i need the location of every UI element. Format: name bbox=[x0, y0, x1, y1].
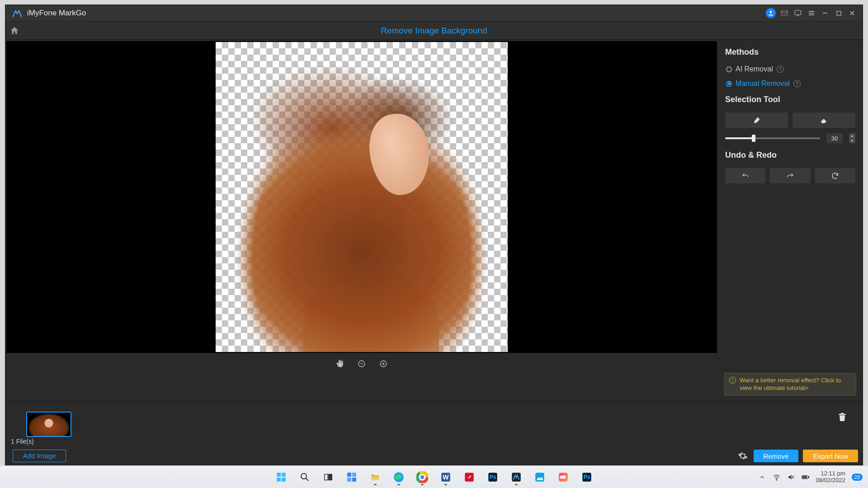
mail-icon[interactable] bbox=[778, 6, 791, 20]
zoom-out-icon[interactable] bbox=[356, 358, 368, 370]
eraser-tool-button[interactable] bbox=[793, 113, 855, 128]
pan-tool-icon[interactable] bbox=[334, 358, 346, 370]
svg-text:Ps: Ps bbox=[584, 474, 590, 480]
svg-point-22 bbox=[420, 475, 425, 479]
tutorial-tip-banner[interactable]: ! Want a better removal effect? Click to… bbox=[724, 373, 856, 396]
widgets-button[interactable] bbox=[342, 468, 361, 486]
markgo-taskbar-icon[interactable] bbox=[507, 468, 526, 486]
svg-rect-8 bbox=[277, 478, 281, 482]
acrobat-icon[interactable] bbox=[460, 468, 479, 486]
svg-text:W: W bbox=[443, 474, 449, 481]
canvas-column bbox=[5, 40, 718, 401]
system-tray: 12:11 pm 08/02/2022 23 bbox=[758, 470, 868, 484]
svg-rect-35 bbox=[808, 476, 809, 478]
chrome-icon[interactable] bbox=[413, 468, 432, 486]
tip-text: Want a better removal effect? Click to v… bbox=[740, 376, 851, 392]
export-now-button[interactable]: Export Now bbox=[803, 450, 858, 462]
methods-heading: Methods bbox=[725, 47, 855, 57]
account-button[interactable] bbox=[764, 6, 778, 20]
redo-button[interactable] bbox=[770, 168, 810, 183]
feedback-icon[interactable] bbox=[791, 6, 805, 20]
app-logo-icon bbox=[12, 8, 23, 19]
svg-rect-7 bbox=[282, 473, 286, 477]
remove-button[interactable]: Remove bbox=[754, 450, 799, 462]
svg-rect-14 bbox=[352, 473, 356, 477]
radio-ai-removal[interactable]: AI Removal ? bbox=[726, 65, 855, 73]
minimize-button[interactable] bbox=[818, 6, 832, 20]
help-icon[interactable]: ? bbox=[793, 80, 801, 87]
delete-file-button[interactable] bbox=[835, 408, 850, 426]
photoshop-icon[interactable]: Ps bbox=[483, 468, 502, 486]
brush-size-input[interactable] bbox=[826, 133, 843, 143]
svg-rect-16 bbox=[352, 478, 356, 482]
settings-button[interactable] bbox=[736, 450, 749, 462]
action-bar: Add Image Remove Export Now bbox=[5, 447, 863, 465]
brush-size-stepper[interactable]: ▲ ▼ bbox=[849, 133, 855, 143]
svg-text:Ps: Ps bbox=[490, 474, 496, 480]
nav-bar: Remove Image Background bbox=[5, 21, 863, 40]
info-icon: ! bbox=[729, 377, 736, 384]
app-window: iMyFone MarkGo Remove Image Back bbox=[5, 5, 863, 465]
close-button[interactable] bbox=[845, 6, 859, 20]
svg-point-33 bbox=[776, 479, 777, 480]
task-view-button[interactable] bbox=[319, 468, 338, 486]
windows-taskbar: W Ps Ps 12 bbox=[0, 465, 868, 488]
tray-chevron-up-icon[interactable] bbox=[758, 473, 766, 481]
undo-redo-heading: Undo & Redo bbox=[725, 150, 855, 160]
svg-point-0 bbox=[770, 11, 772, 13]
creative-cloud-icon[interactable] bbox=[554, 468, 573, 486]
image-viewport[interactable] bbox=[6, 41, 717, 353]
photoshop-2-icon[interactable]: Ps bbox=[577, 468, 596, 486]
titlebar: iMyFone MarkGo bbox=[5, 5, 863, 21]
photos-icon[interactable] bbox=[530, 468, 549, 486]
user-icon bbox=[766, 8, 776, 18]
svg-rect-15 bbox=[347, 478, 351, 482]
side-panel: Methods AI Removal ? Manual Removal ? Se… bbox=[718, 40, 863, 401]
svg-rect-11 bbox=[325, 474, 328, 480]
thumbnail-strip: 1 File(s) bbox=[5, 402, 863, 447]
search-button[interactable] bbox=[295, 468, 314, 486]
undo-button[interactable] bbox=[725, 168, 765, 183]
battery-icon[interactable] bbox=[802, 473, 810, 481]
zoom-in-icon[interactable] bbox=[377, 358, 389, 370]
image-preview bbox=[216, 42, 508, 352]
step-up-icon[interactable]: ▲ bbox=[849, 133, 855, 138]
radio-icon bbox=[726, 66, 732, 72]
file-explorer-icon[interactable] bbox=[366, 468, 385, 486]
svg-rect-3 bbox=[836, 11, 840, 15]
word-icon[interactable]: W bbox=[436, 468, 455, 486]
slider-thumb[interactable] bbox=[752, 135, 755, 142]
step-down-icon[interactable]: ▼ bbox=[849, 138, 855, 143]
add-image-button[interactable]: Add Image bbox=[13, 450, 66, 462]
taskbar-center: W Ps Ps bbox=[272, 468, 596, 486]
page-title: Remove Image Background bbox=[381, 26, 487, 36]
brush-size-slider[interactable] bbox=[725, 137, 820, 139]
brush-tool-button[interactable] bbox=[725, 113, 788, 128]
reset-button[interactable] bbox=[815, 168, 855, 183]
file-count-label: 1 File(s) bbox=[11, 438, 34, 445]
menu-icon[interactable] bbox=[805, 6, 818, 20]
svg-rect-36 bbox=[802, 476, 807, 478]
svg-rect-29 bbox=[535, 473, 544, 482]
selection-tool-heading: Selection Tool bbox=[725, 95, 855, 104]
clock-date: 08/02/2022 bbox=[816, 477, 845, 484]
wifi-icon[interactable] bbox=[773, 473, 781, 481]
maximize-button[interactable] bbox=[832, 6, 845, 20]
svg-rect-12 bbox=[329, 474, 332, 480]
notification-badge[interactable]: 23 bbox=[852, 474, 863, 481]
radio-manual-removal[interactable]: Manual Removal ? bbox=[726, 80, 855, 88]
radio-label-ai: AI Removal bbox=[736, 65, 773, 73]
bottom-area: 1 File(s) Add Image Remove Export Now bbox=[5, 401, 863, 465]
thumbnail-preview bbox=[27, 413, 71, 436]
edge-icon[interactable] bbox=[389, 468, 408, 486]
help-icon[interactable]: ? bbox=[777, 66, 784, 73]
home-button[interactable] bbox=[5, 21, 24, 40]
thumbnail-item[interactable] bbox=[26, 412, 71, 437]
taskbar-clock[interactable]: 12:11 pm 08/02/2022 bbox=[816, 470, 845, 484]
svg-rect-1 bbox=[781, 11, 788, 16]
volume-icon[interactable] bbox=[787, 473, 795, 481]
start-button[interactable] bbox=[272, 468, 291, 486]
radio-label-manual: Manual Removal bbox=[736, 80, 790, 88]
clock-time: 12:11 pm bbox=[816, 470, 845, 477]
brush-size-row: ▲ ▼ bbox=[725, 133, 855, 143]
